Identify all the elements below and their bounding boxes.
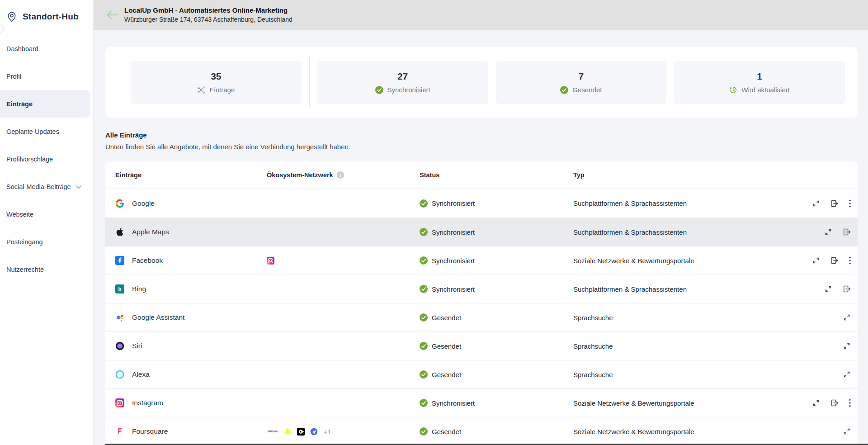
- sidebar-collapse-handle[interactable]: [0, 23, 4, 34]
- table-row-facebook[interactable]: FacebookSynchronisiertSoziale Netzwerke …: [105, 246, 858, 275]
- sidebar-item-nutzerrechte[interactable]: Nutzerrechte: [0, 256, 90, 283]
- instagram-icon: [115, 398, 124, 407]
- svg-text:b: b: [118, 286, 121, 292]
- row-action-export[interactable]: [830, 256, 839, 265]
- export-icon: [842, 284, 851, 294]
- alexa-icon: [115, 370, 124, 379]
- pin-icon: [6, 11, 18, 23]
- back-button[interactable]: [106, 10, 118, 20]
- row-action-expand[interactable]: [824, 227, 833, 237]
- row-action-kebab[interactable]: [849, 398, 851, 407]
- row-action-export[interactable]: [830, 398, 839, 407]
- sidebar-item-posteingang[interactable]: Posteingang: [0, 228, 90, 256]
- type-cell: Sprachsuche: [573, 314, 793, 322]
- check-circle-icon: [420, 427, 428, 436]
- entry-cell: Siri: [115, 341, 267, 350]
- kebab-icon: [849, 256, 851, 265]
- row-action-expand[interactable]: [824, 284, 833, 294]
- row-actions: [793, 398, 851, 407]
- entry-cell: Alexa: [115, 370, 267, 379]
- row-action-export[interactable]: [830, 199, 839, 208]
- foursquare-icon: [115, 427, 124, 436]
- entry-cell: Instagram: [115, 398, 267, 407]
- sidebar-item-dashboard[interactable]: Dashboard: [0, 35, 90, 62]
- section-title: Alle Einträge: [105, 131, 858, 139]
- expand-icon: [842, 427, 851, 436]
- type-cell: Suchplattformen & Sprachassistenten: [573, 199, 793, 207]
- sidebar-item-profil[interactable]: Profil: [0, 62, 90, 90]
- row-action-expand[interactable]: [811, 398, 821, 407]
- table-header-row: EinträgeÖkosystem-NetzwerkiStatusTyp: [105, 161, 858, 189]
- row-action-kebab[interactable]: [849, 256, 851, 265]
- sidebar-item-social-media-beitr-ge[interactable]: Social-Media-Beiträge: [0, 173, 90, 200]
- sidebar-item-label: Dashboard: [6, 45, 38, 52]
- export-icon: [830, 398, 839, 407]
- row-action-expand[interactable]: [811, 256, 821, 265]
- type-cell: Soziale Netzwerke & Bewertungsportale: [573, 257, 793, 265]
- status-cell: Gesendet: [420, 427, 573, 436]
- section-description: Unten finden Sie alle Angebote, mit dene…: [105, 143, 858, 151]
- expand-icon: [811, 398, 821, 407]
- sidebar-item-webseite[interactable]: Webseite: [0, 200, 90, 228]
- table-row-alexa[interactable]: AlexaGesendetSprachsuche: [105, 360, 858, 388]
- status-text: Synchronisiert: [432, 285, 475, 293]
- export-icon: [842, 227, 851, 237]
- sidebar-item-label: Einträge: [6, 100, 33, 108]
- entry-cell: Facebook: [115, 256, 267, 265]
- table-row-foursquare[interactable]: FoursquareSAMSUNG+1GesendetSoziale Netzw…: [105, 417, 858, 445]
- entry-cell: Google: [115, 199, 267, 208]
- table-row-apple-maps[interactable]: Apple MapsSynchronisiertSuchplattformen …: [105, 218, 858, 246]
- status-text: Gesendet: [432, 342, 461, 350]
- row-action-export[interactable]: [842, 227, 851, 237]
- column-header-typ: Typ: [573, 171, 793, 179]
- sidebar-item-eintr-ge[interactable]: Einträge: [0, 90, 90, 118]
- app-logo: Standort-Hub: [0, 0, 93, 23]
- status-text: Gesendet: [432, 428, 461, 436]
- stat-value: 35: [211, 71, 221, 82]
- snapchat-icon: [284, 428, 292, 436]
- sidebar-item-label: Webseite: [6, 211, 33, 218]
- stats-divider: [309, 57, 310, 108]
- entry-name: Google: [132, 199, 155, 208]
- siri-icon: [115, 341, 124, 350]
- sidebar-item-geplante-updates[interactable]: Geplante Updates: [0, 118, 90, 145]
- row-action-expand[interactable]: [842, 313, 851, 322]
- entry-name: Google Assistant: [132, 313, 184, 322]
- sidebar-item-label: Profilvorschläge: [6, 156, 53, 163]
- check-circle-icon: [420, 313, 428, 322]
- stat-card-wird-aktualisiert: 1Wird aktualisiert: [674, 61, 845, 104]
- kebab-icon: [849, 398, 851, 407]
- export-icon: [830, 256, 839, 265]
- sidebar-item-label: Profil: [6, 73, 21, 80]
- status-cell: Synchronisiert: [420, 399, 573, 407]
- table-row-google[interactable]: GoogleSynchronisiertSuchplattformen & Sp…: [105, 189, 858, 218]
- check-circle-icon: [420, 285, 428, 293]
- column-header-label: Ökosystem-Netzwerk: [267, 171, 333, 179]
- row-action-expand[interactable]: [811, 199, 821, 208]
- main-area: LocalUp GmbH - Automatisiertes Online-Ma…: [94, 0, 868, 445]
- table-row-google-assistant[interactable]: Google AssistantGesendetSprachsuche: [105, 303, 858, 331]
- stat-label-text: Einträge: [209, 86, 235, 94]
- row-action-expand[interactable]: [842, 341, 851, 350]
- sidebar-item-label: Social-Media-Beiträge: [6, 183, 71, 190]
- check-circle-icon: [420, 256, 428, 265]
- row-action-export[interactable]: [842, 284, 851, 294]
- row-action-expand[interactable]: [842, 370, 851, 379]
- status-cell: Synchronisiert: [420, 199, 573, 208]
- row-action-kebab[interactable]: [849, 199, 851, 208]
- table-row-siri[interactable]: SiriGesendetSprachsuche: [105, 331, 858, 360]
- table-row-instagram[interactable]: InstagramSynchronisiertSoziale Netzwerke…: [105, 388, 858, 417]
- sidebar-item-profilvorschl-ge[interactable]: Profilvorschläge: [0, 145, 90, 173]
- table-row-bing[interactable]: bBingSynchronisiertSuchplattformen & Spr…: [105, 275, 858, 303]
- check-circle-icon: [560, 86, 568, 94]
- ecosystem-cell: SAMSUNG+1: [267, 428, 420, 436]
- status-cell: Synchronisiert: [420, 285, 573, 293]
- stat-value: 7: [579, 71, 584, 82]
- check-circle-icon: [420, 370, 428, 379]
- status-text: Synchronisiert: [432, 199, 475, 207]
- info-icon[interactable]: i: [337, 171, 344, 179]
- uber-icon: [297, 428, 305, 436]
- entry-name: Facebook: [132, 256, 163, 265]
- row-action-expand[interactable]: [842, 427, 851, 436]
- location-address: Würzburger Straße 174, 63743 Aschaffenbu…: [124, 15, 292, 24]
